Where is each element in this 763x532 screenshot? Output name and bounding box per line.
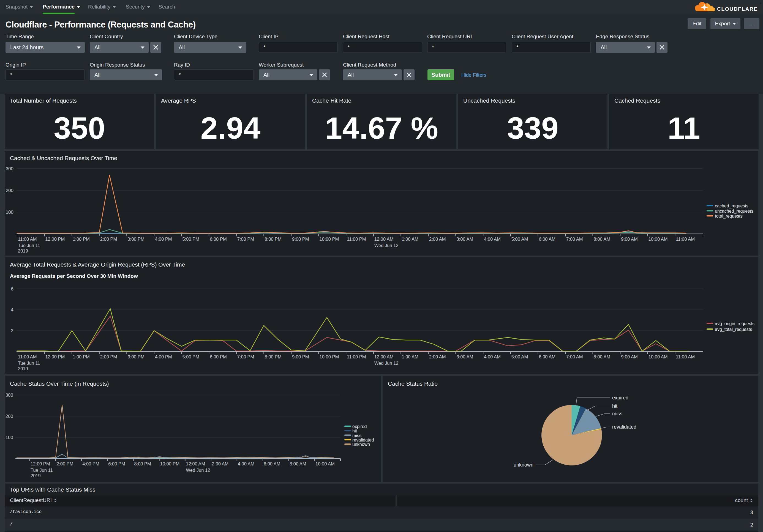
svg-text:10:00 PM: 10:00 PM: [320, 236, 339, 241]
svg-text:7:00 PM: 7:00 PM: [237, 236, 254, 241]
svg-text:2:00 AM: 2:00 AM: [429, 354, 446, 359]
svg-text:4:00 AM: 4:00 AM: [484, 236, 501, 241]
svg-text:200: 200: [6, 188, 14, 193]
svg-text:Tue Jun 11: Tue Jun 11: [18, 361, 40, 366]
svg-text:8:00 PM: 8:00 PM: [265, 236, 281, 241]
svg-text:11:00 AM: 11:00 AM: [18, 354, 37, 359]
svg-text:4:00 PM: 4:00 PM: [82, 461, 99, 466]
svg-text:2:00 PM: 2:00 PM: [100, 354, 117, 359]
svg-text:Wed Jun 12: Wed Jun 12: [186, 468, 210, 473]
svg-text:expired: expired: [612, 395, 628, 400]
svg-text:6:00 PM: 6:00 PM: [108, 461, 125, 466]
svg-text:11:00 PM: 11:00 PM: [347, 354, 366, 359]
svg-text:7:00 AM: 7:00 AM: [566, 236, 583, 241]
svg-text:avg_total_requests: avg_total_requests: [715, 327, 752, 332]
svg-text:12:00 AM: 12:00 AM: [186, 461, 205, 466]
svg-text:1:00 PM: 1:00 PM: [73, 236, 89, 241]
svg-text:300: 300: [6, 166, 14, 171]
svg-text:Tue Jun 11: Tue Jun 11: [31, 468, 53, 473]
svg-text:7:00 PM: 7:00 PM: [237, 354, 254, 359]
svg-text:2:00 PM: 2:00 PM: [56, 461, 73, 466]
svg-text:2019: 2019: [31, 473, 41, 478]
svg-text:3:00 PM: 3:00 PM: [127, 236, 144, 241]
svg-text:100: 100: [6, 210, 14, 215]
svg-text:5:00 AM: 5:00 AM: [511, 236, 528, 241]
svg-text:1:00 PM: 1:00 PM: [73, 354, 89, 359]
svg-text:11:00 AM: 11:00 AM: [18, 236, 37, 241]
svg-text:11:00 AM: 11:00 AM: [676, 236, 695, 241]
svg-text:12:00 AM: 12:00 AM: [374, 236, 393, 241]
svg-text:9:00 PM: 9:00 PM: [292, 354, 309, 359]
svg-text:12:00 AM: 12:00 AM: [374, 354, 393, 359]
svg-text:10:00 AM: 10:00 AM: [648, 354, 668, 359]
svg-text:2:00 PM: 2:00 PM: [100, 236, 117, 241]
svg-text:hit: hit: [352, 429, 357, 433]
svg-text:11:00 AM: 11:00 AM: [676, 354, 695, 359]
svg-text:8:00 AM: 8:00 AM: [289, 461, 306, 466]
svg-text:5:00 PM: 5:00 PM: [182, 236, 199, 241]
svg-text:11:00 PM: 11:00 PM: [347, 236, 366, 241]
svg-text:9:00 AM: 9:00 AM: [621, 236, 638, 241]
svg-text:4:00 PM: 4:00 PM: [155, 236, 172, 241]
svg-text:4: 4: [11, 307, 14, 312]
svg-text:200: 200: [6, 414, 13, 419]
svg-text:7:00 AM: 7:00 AM: [566, 354, 583, 359]
svg-text:revalidated: revalidated: [612, 424, 636, 430]
svg-text:9:00 AM: 9:00 AM: [621, 354, 638, 359]
svg-text:4:00 AM: 4:00 AM: [238, 461, 255, 466]
svg-text:miss: miss: [352, 433, 362, 438]
svg-text:10:00 AM: 10:00 AM: [648, 236, 668, 241]
svg-text:6:00 AM: 6:00 AM: [539, 354, 555, 359]
svg-text:5:00 PM: 5:00 PM: [182, 354, 199, 359]
svg-text:6:00 PM: 6:00 PM: [210, 354, 227, 359]
svg-text:Wed Jun 12: Wed Jun 12: [374, 243, 398, 248]
svg-text:6:00 PM: 6:00 PM: [210, 236, 227, 241]
svg-text:total_requests: total_requests: [715, 214, 743, 219]
svg-text:8:00 AM: 8:00 AM: [594, 236, 610, 241]
svg-text:expired: expired: [352, 424, 367, 429]
svg-text:5:00 AM: 5:00 AM: [511, 354, 528, 359]
svg-text:9:00 PM: 9:00 PM: [292, 236, 309, 241]
svg-text:8:00 AM: 8:00 AM: [594, 354, 610, 359]
svg-text:6:00 AM: 6:00 AM: [539, 236, 555, 241]
svg-text:12:00 PM: 12:00 PM: [31, 461, 50, 466]
svg-text:2:00 AM: 2:00 AM: [429, 236, 446, 241]
svg-text:1:00 AM: 1:00 AM: [401, 236, 418, 241]
svg-text:revalidated: revalidated: [352, 438, 374, 442]
svg-text:10:00 AM: 10:00 AM: [315, 461, 335, 466]
svg-text:12:00 PM: 12:00 PM: [46, 236, 65, 241]
svg-text:2:00 AM: 2:00 AM: [212, 461, 229, 466]
svg-text:10:00 PM: 10:00 PM: [320, 354, 339, 359]
svg-text:unknown: unknown: [352, 442, 370, 447]
svg-text:300: 300: [6, 393, 13, 398]
svg-text:6:00 AM: 6:00 AM: [264, 461, 280, 466]
svg-text:3:00 PM: 3:00 PM: [127, 354, 144, 359]
svg-text:2019: 2019: [18, 366, 28, 371]
svg-text:3:00 AM: 3:00 AM: [457, 236, 474, 241]
svg-text:8:00 PM: 8:00 PM: [134, 461, 151, 466]
svg-text:3:00 AM: 3:00 AM: [457, 354, 474, 359]
svg-text:10:00 PM: 10:00 PM: [160, 461, 180, 466]
svg-text:100: 100: [6, 435, 13, 440]
svg-text:CLOUDFLARE: CLOUDFLARE: [717, 6, 758, 12]
svg-text:1:00 AM: 1:00 AM: [401, 354, 418, 359]
svg-text:12:00 PM: 12:00 PM: [46, 354, 65, 359]
svg-text:2019: 2019: [18, 248, 28, 253]
svg-text:4:00 PM: 4:00 PM: [155, 354, 172, 359]
svg-text:miss: miss: [612, 411, 622, 416]
svg-text:6: 6: [11, 286, 14, 292]
svg-text:8:00 PM: 8:00 PM: [265, 354, 281, 359]
svg-text:hit: hit: [612, 403, 617, 409]
svg-text:Wed Jun 12: Wed Jun 12: [374, 361, 398, 366]
svg-text:2: 2: [11, 328, 14, 333]
svg-text:unknown: unknown: [514, 462, 533, 468]
svg-text:Tue Jun 11: Tue Jun 11: [18, 243, 40, 248]
svg-text:cached_requests: cached_requests: [715, 204, 748, 209]
svg-text:4:00 AM: 4:00 AM: [484, 354, 501, 359]
svg-text:avg_origin_requests: avg_origin_requests: [715, 321, 754, 326]
svg-text:uncached_requests: uncached_requests: [715, 209, 753, 214]
